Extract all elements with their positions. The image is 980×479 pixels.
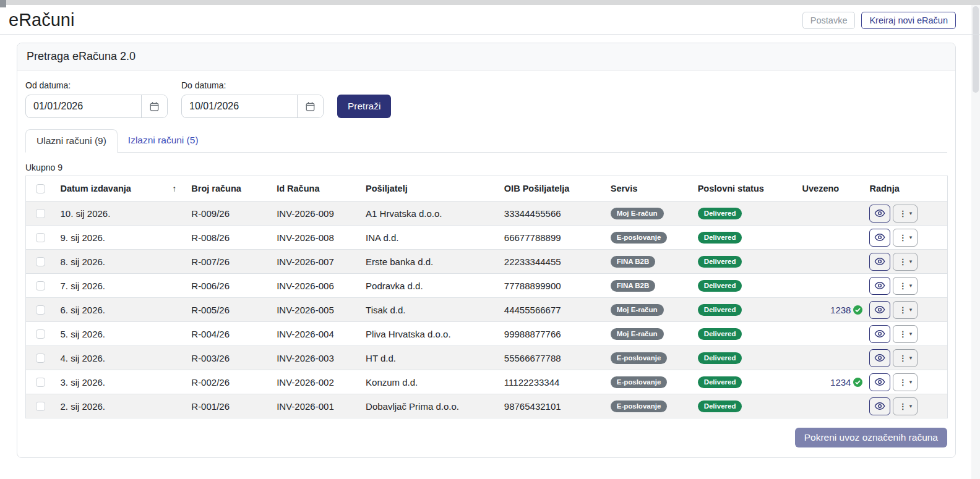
service-badge: Moj E-račun — [611, 328, 664, 341]
eye-icon — [874, 352, 885, 363]
to-date-group — [181, 95, 324, 118]
row-checkbox[interactable] — [36, 402, 45, 411]
service-badge: E-poslovanje — [611, 232, 668, 244]
service-badge: E-poslovanje — [611, 376, 668, 389]
select-all-checkbox[interactable] — [36, 184, 45, 193]
to-date-calendar-button[interactable] — [297, 95, 323, 117]
row-menu-button[interactable]: ⋮ ▾ — [893, 397, 918, 415]
row-number: R-003/26 — [186, 346, 272, 370]
to-date-input[interactable] — [182, 95, 297, 117]
card-title: Pretraga eRačuna 2.0 — [27, 50, 135, 62]
column-poslovni-status[interactable]: Poslovni status — [693, 176, 797, 201]
chevron-down-icon: ▾ — [909, 211, 913, 216]
row-invoice-id: INV-2026-004 — [272, 322, 361, 346]
column-uvezeno[interactable]: Uvezeno — [797, 176, 865, 201]
sort-ascending-icon[interactable]: ↑ — [172, 184, 176, 193]
eye-icon — [874, 208, 885, 219]
row-checkbox[interactable] — [36, 305, 45, 315]
table-row: 10. sij 2026. R-009/26 INV-2026-009 A1 H… — [26, 201, 948, 226]
row-menu-button[interactable]: ⋮ ▾ — [893, 253, 918, 271]
view-invoice-button[interactable] — [869, 349, 890, 367]
invoice-tabs: Ulazni računi (9) Izlazni računi (5) — [25, 129, 947, 153]
row-checkbox[interactable] — [36, 329, 45, 339]
row-invoice-id: INV-2026-006 — [272, 274, 361, 298]
table-row: 7. sij 2026. R-006/26 INV-2026-006 Podra… — [26, 274, 948, 298]
search-button[interactable]: Pretraži — [337, 95, 391, 118]
row-menu-button[interactable]: ⋮ ▾ — [893, 373, 918, 391]
view-invoice-button[interactable] — [869, 229, 890, 247]
row-menu-button[interactable]: ⋮ ▾ — [893, 301, 918, 319]
kebab-icon: ⋮ — [899, 306, 907, 314]
invoices-table: Datum izdavanja↑ Broj računa Id Računa P… — [25, 176, 948, 418]
status-badge: Delivered — [698, 304, 742, 316]
eye-icon — [874, 280, 885, 291]
import-selected-button[interactable]: Pokreni uvoz označenih računa — [795, 428, 947, 447]
column-id-racuna[interactable]: Id Računa — [272, 176, 361, 201]
row-invoice-id: INV-2026-001 — [272, 394, 361, 418]
row-checkbox[interactable] — [36, 209, 45, 218]
kebab-icon: ⋮ — [899, 354, 907, 362]
eye-icon — [874, 304, 885, 315]
page-header: eRačuni Postavke Kreiraj novi eRačun — [0, 5, 980, 34]
row-checkbox[interactable] — [36, 257, 45, 266]
view-invoice-button[interactable] — [869, 253, 890, 271]
invoice-table-body: 10. sij 2026. R-009/26 INV-2026-009 A1 H… — [26, 201, 948, 418]
row-menu-button[interactable]: ⋮ ▾ — [893, 277, 918, 295]
row-date: 4. sij 2026. — [55, 346, 186, 370]
row-checkbox[interactable] — [36, 378, 45, 387]
status-badge: Delivered — [698, 376, 742, 389]
table-row: 6. sij 2026. R-005/26 INV-2026-005 Tisak… — [26, 298, 948, 322]
view-invoice-button[interactable] — [869, 205, 890, 223]
from-date-calendar-button[interactable] — [141, 95, 167, 117]
settings-button[interactable]: Postavke — [802, 12, 856, 29]
row-checkbox[interactable] — [36, 233, 45, 242]
chevron-down-icon: ▾ — [909, 331, 913, 337]
view-invoice-button[interactable] — [869, 397, 890, 415]
status-badge: Delivered — [698, 232, 742, 244]
row-invoice-id: INV-2026-009 — [272, 201, 361, 226]
row-menu-button[interactable]: ⋮ ▾ — [893, 229, 918, 247]
row-menu-button[interactable]: ⋮ ▾ — [893, 325, 918, 343]
check-circle-icon — [853, 305, 862, 315]
column-posiljatelj[interactable]: Pošiljatelj — [361, 176, 499, 201]
row-oib: 77788899900 — [499, 274, 606, 298]
table-row: 3. sij 2026. R-002/26 INV-2026-002 Konzu… — [26, 370, 948, 394]
kebab-icon: ⋮ — [899, 330, 907, 338]
row-date: 3. sij 2026. — [55, 370, 186, 394]
column-servis[interactable]: Servis — [606, 176, 693, 201]
tab-ulazni-racuni[interactable]: Ulazni računi (9) — [25, 129, 118, 153]
row-number: R-004/26 — [186, 322, 272, 346]
row-oib: 66677788899 — [499, 226, 606, 250]
row-menu-button[interactable]: ⋮ ▾ — [893, 205, 918, 223]
row-oib: 99988877766 — [499, 322, 606, 346]
view-invoice-button[interactable] — [869, 277, 890, 295]
header-divider — [0, 34, 980, 35]
status-badge: Delivered — [698, 208, 742, 220]
chevron-down-icon: ▾ — [909, 307, 913, 313]
column-radnja[interactable]: Radnja — [864, 176, 947, 201]
row-checkbox[interactable] — [36, 354, 45, 363]
column-datum-izdavanja[interactable]: Datum izdavanja — [60, 184, 131, 193]
eye-icon — [874, 401, 885, 412]
view-invoice-button[interactable] — [869, 325, 890, 343]
column-broj-racuna[interactable]: Broj računa — [186, 176, 272, 201]
row-invoice-id: INV-2026-007 — [272, 250, 361, 274]
row-checkbox[interactable] — [36, 281, 45, 290]
chevron-down-icon: ▾ — [909, 259, 913, 265]
column-oib-posiljatelja[interactable]: OIB Pošiljatelja — [499, 176, 606, 201]
page-title: eRačuni — [9, 10, 74, 30]
table-row: 4. sij 2026. R-003/26 INV-2026-003 HT d.… — [26, 346, 948, 370]
tab-izlazni-racuni[interactable]: Izlazni računi (5) — [118, 129, 209, 152]
row-oib: 55566677788 — [499, 346, 606, 370]
row-menu-button[interactable]: ⋮ ▾ — [893, 349, 918, 367]
from-date-input[interactable] — [26, 95, 141, 117]
eye-icon — [874, 256, 885, 267]
create-invoice-button[interactable]: Kreiraj novi eRačun — [861, 12, 956, 29]
row-date: 10. sij 2026. — [55, 201, 186, 226]
view-invoice-button[interactable] — [869, 373, 890, 391]
row-number: R-006/26 — [186, 274, 272, 298]
row-oib: 44455566677 — [499, 298, 606, 322]
view-invoice-button[interactable] — [869, 301, 890, 319]
row-number: R-009/26 — [186, 201, 272, 226]
row-sender: A1 Hrvatska d.o.o. — [361, 201, 499, 226]
